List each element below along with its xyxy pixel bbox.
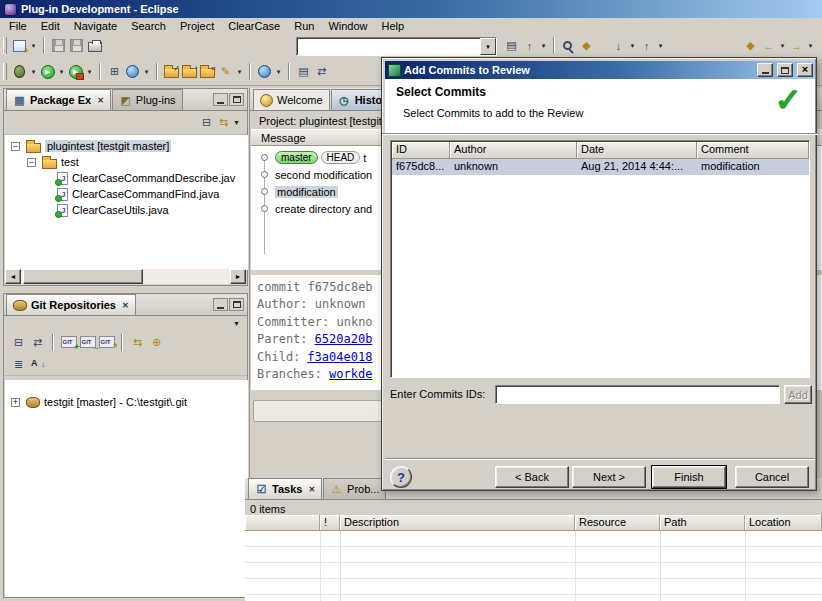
close-tab-icon[interactable]: ✕	[97, 96, 104, 105]
menu-clearcase[interactable]: ClearCase	[221, 19, 287, 33]
describe-version-icon[interactable]: ▤	[503, 37, 520, 54]
tab-package-explorer[interactable]: ▦ Package Ex ✕	[6, 89, 111, 110]
version-tree-dropdown-icon[interactable]: ▾	[235, 63, 244, 80]
refresh-icon[interactable]: ⇄	[29, 334, 46, 351]
debug-dropdown-icon[interactable]: ▾	[29, 63, 38, 80]
bookmark-icon[interactable]: ◆	[578, 37, 595, 54]
forward-dropdown-icon[interactable]: ▾	[806, 37, 815, 54]
add-button[interactable]: Add	[784, 385, 812, 404]
column-header-description[interactable]: Description	[340, 515, 575, 531]
menu-help[interactable]: Help	[375, 19, 412, 33]
back-dropdown-icon[interactable]: ▾	[778, 37, 787, 54]
help-button[interactable]: ?	[390, 466, 412, 488]
clone-repository-icon[interactable]	[79, 334, 96, 351]
run-dropdown-icon[interactable]: ▾	[57, 63, 66, 80]
push-icon[interactable]: ⊕	[148, 334, 165, 351]
save-all-icon[interactable]	[68, 37, 85, 54]
column-header-date[interactable]: Date	[577, 142, 697, 159]
toolbar-handle[interactable]	[3, 63, 7, 80]
create-repository-icon[interactable]	[98, 334, 115, 351]
clearcase-grid-icon[interactable]: ⊞	[106, 63, 123, 80]
save-icon[interactable]	[50, 37, 67, 54]
commit-row[interactable]: create directory and	[275, 200, 372, 217]
sort-alphabetically-icon[interactable]	[29, 356, 46, 373]
scroll-left-icon[interactable]: ◄	[5, 269, 21, 284]
commits-table[interactable]: ID Author Date Comment f675dc8... unknow…	[390, 140, 810, 378]
clearcase-globe-icon[interactable]	[124, 63, 141, 80]
tree-item-file[interactable]: ClearCaseUtils.java	[5, 202, 248, 218]
expander-icon[interactable]: −	[11, 142, 20, 151]
back-button[interactable]: < Back	[495, 466, 569, 488]
clearcase-view-combo[interactable]: ▾	[296, 37, 497, 56]
parent-link[interactable]: 6520a20b	[315, 332, 373, 346]
tree-item-file[interactable]: ClearCaseCommandFind.java	[5, 186, 248, 202]
next-annotation-dropdown-icon[interactable]: ▾	[628, 37, 637, 54]
tree-item-project[interactable]: − plugintest [testgit master]	[5, 135, 248, 154]
tab-git-repositories[interactable]: Git Repositories ✕	[6, 294, 136, 315]
new-wizard-icon[interactable]	[11, 37, 28, 54]
previous-annotation-dropdown-icon[interactable]: ▾	[656, 37, 665, 54]
column-header-path[interactable]: Path	[660, 515, 745, 531]
tab-plugins[interactable]: ◩ Plug-ins	[112, 89, 183, 110]
run-icon[interactable]: ▶	[39, 63, 56, 80]
clearcase-explorer-dropdown-icon[interactable]: ▾	[274, 63, 283, 80]
column-header-id[interactable]: ID	[392, 142, 450, 159]
collapse-all-icon[interactable]: ⊟	[198, 114, 215, 131]
tab-welcome[interactable]: Welcome	[253, 89, 330, 110]
external-tools-icon[interactable]: ▶	[67, 63, 84, 80]
tree-item-repository[interactable]: + testgit [master] - C:\testgit\.git	[5, 380, 248, 410]
back-history-icon[interactable]: ←	[760, 37, 777, 54]
checkout-folder-icon[interactable]: ✓	[163, 63, 180, 80]
dialog-maximize-icon[interactable]	[777, 63, 793, 77]
tasks-table[interactable]	[245, 531, 822, 601]
checkin-folder-icon[interactable]: ↑	[181, 63, 198, 80]
menu-navigate[interactable]: Navigate	[67, 19, 124, 33]
new-wizard-dropdown-icon[interactable]: ▾	[29, 37, 38, 54]
commit-row[interactable]: second modification	[275, 166, 372, 183]
clearcase-globe-dropdown-icon[interactable]: ▾	[142, 63, 151, 80]
find-checkouts-folder-icon[interactable]: ×	[199, 63, 216, 80]
scrollbar-thumb[interactable]	[23, 269, 143, 284]
view-menu-icon[interactable]: ▼	[232, 315, 241, 332]
column-header-comment[interactable]: Comment	[697, 142, 809, 159]
horizontal-scrollbar[interactable]: ◄ ►	[5, 269, 246, 284]
link-with-editor-icon[interactable]: ⇆	[215, 114, 232, 131]
expander-icon[interactable]: +	[11, 398, 20, 407]
column-header-priority[interactable]: !	[320, 515, 340, 531]
last-edit-location-icon[interactable]: ◆	[742, 37, 759, 54]
column-header-author[interactable]: Author	[450, 142, 577, 159]
combo-dropdown-icon[interactable]: ▾	[480, 38, 496, 55]
view-menu-icon[interactable]: ▼	[232, 114, 241, 131]
menu-file[interactable]: File	[2, 19, 34, 33]
compare-table-icon[interactable]: ▤	[295, 63, 312, 80]
clearcase-explorer-icon[interactable]	[256, 63, 273, 80]
finish-button[interactable]: Finish	[652, 466, 726, 488]
tree-item-folder[interactable]: − test	[5, 154, 248, 170]
column-header-resource[interactable]: Resource	[575, 515, 660, 531]
commit-ids-input[interactable]	[495, 385, 780, 404]
tab-tasks[interactable]: ☑ Tasks ✕	[248, 478, 322, 499]
dialog-close-icon[interactable]: ×	[797, 63, 813, 77]
column-header-location[interactable]: Location	[745, 515, 822, 531]
update-resource-icon[interactable]: ↑	[521, 37, 538, 54]
menu-search[interactable]: Search	[124, 19, 173, 33]
fetch-icon[interactable]: ⇆	[129, 334, 146, 351]
menu-edit[interactable]: Edit	[34, 19, 67, 33]
scroll-right-icon[interactable]: ►	[230, 269, 246, 284]
menu-run[interactable]: Run	[287, 19, 321, 33]
commit-row-selected[interactable]: modification	[275, 183, 338, 200]
external-tools-dropdown-icon[interactable]: ▾	[85, 63, 94, 80]
cancel-button[interactable]: Cancel	[735, 466, 809, 488]
forward-history-icon[interactable]: →	[788, 37, 805, 54]
expander-icon[interactable]: −	[27, 158, 36, 167]
previous-annotation-icon[interactable]: ↑	[638, 37, 655, 54]
print-icon[interactable]	[86, 37, 103, 54]
collapse-all-icon[interactable]: ⊟	[10, 334, 27, 351]
dialog-minimize-icon[interactable]	[757, 63, 773, 77]
child-link[interactable]: f3a04e018	[307, 350, 372, 364]
next-button[interactable]: Next >	[572, 466, 646, 488]
close-tab-icon[interactable]: ✕	[122, 301, 129, 310]
column-header-empty[interactable]	[245, 515, 320, 531]
dialog-titlebar[interactable]: Add Commits to Review ×	[385, 61, 815, 79]
version-tree-icon[interactable]: ✎	[217, 63, 234, 80]
